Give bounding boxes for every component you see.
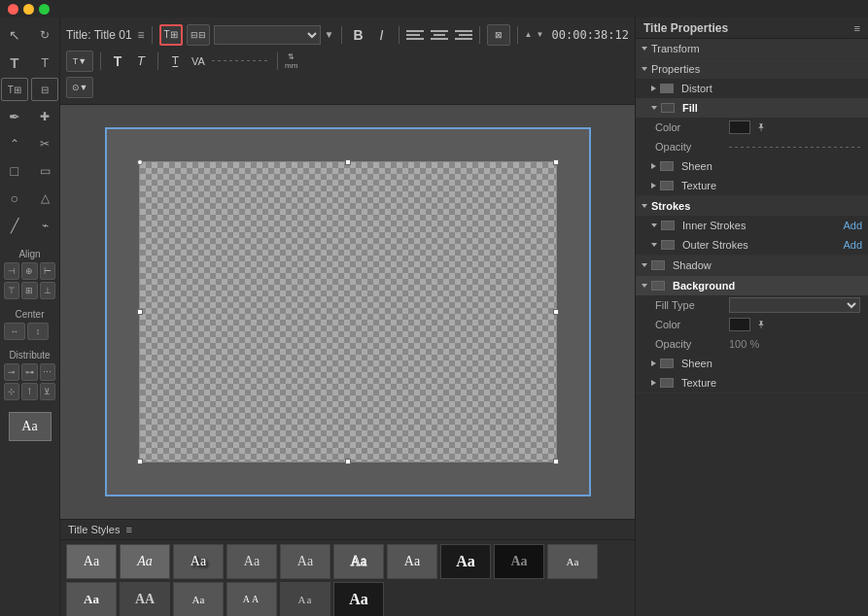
pen-tool[interactable]: ✒: [1, 105, 28, 128]
handle-bc[interactable]: [345, 459, 351, 464]
dist-v-btn[interactable]: ⊶: [21, 363, 37, 381]
italic-btn[interactable]: I: [372, 25, 392, 45]
handle-mr[interactable]: [553, 309, 559, 315]
fill-tool[interactable]: ⌁: [31, 214, 58, 237]
style-thumb-13[interactable]: AA: [226, 582, 277, 616]
section-background-header[interactable]: Background: [636, 276, 868, 295]
bg-filltype-dropdown[interactable]: [729, 297, 860, 313]
handle-ml[interactable]: [137, 309, 143, 315]
size-up-btn[interactable]: ▲: [525, 30, 533, 39]
tab-stops-btn[interactable]: ⊟⊟: [187, 24, 210, 46]
text-layout-btn[interactable]: T⊞: [159, 24, 183, 46]
center-v-btn[interactable]: ↕: [27, 323, 49, 340]
bg-sheen-header[interactable]: Sheen: [636, 354, 868, 373]
text-align-right[interactable]: [455, 30, 472, 40]
polygon-tool[interactable]: △: [31, 187, 58, 210]
subsection-distort-header[interactable]: Distort: [636, 79, 868, 98]
section-strokes-header[interactable]: Strokes: [636, 196, 868, 216]
font-T2-btn[interactable]: T: [131, 51, 151, 71]
select-tool[interactable]: ↖: [1, 23, 28, 47]
bg-color-swatch[interactable]: [729, 318, 750, 331]
inner-strokes-header[interactable]: Inner Strokes Add: [636, 216, 868, 235]
close-button[interactable]: [8, 4, 18, 15]
fill-color-swatch[interactable]: [729, 120, 750, 134]
line-tool[interactable]: ╱: [1, 214, 28, 237]
add-inner-strokes-btn[interactable]: Add: [843, 220, 862, 231]
handle-tr[interactable]: [553, 159, 559, 165]
bg-texture-header[interactable]: Texture: [636, 373, 868, 393]
style-thumb-2[interactable]: Aa: [173, 544, 224, 579]
area-text-tool[interactable]: T⊞: [1, 78, 28, 101]
style-thumb-5[interactable]: Aa: [333, 544, 384, 579]
style-thumb-11[interactable]: AA: [120, 582, 170, 616]
scissors-tool[interactable]: ✂: [31, 132, 58, 155]
add-outer-strokes-btn[interactable]: Add: [843, 239, 862, 251]
panel-header: Title Properties ≡: [636, 17, 868, 39]
handle-tc[interactable]: [345, 159, 351, 165]
align-bottom-btn[interactable]: ⊥: [40, 282, 55, 299]
kern-btn[interactable]: T̲: [165, 51, 185, 71]
minimize-button[interactable]: [23, 4, 34, 15]
style-thumb-8[interactable]: Aa: [494, 544, 544, 579]
handle-br[interactable]: [553, 459, 559, 464]
font-T-btn[interactable]: T: [108, 51, 127, 71]
panel-menu-icon[interactable]: ≡: [854, 22, 860, 34]
dist-2-btn[interactable]: ⊹: [4, 383, 19, 400]
fill-eyedropper[interactable]: 🖈: [756, 121, 767, 133]
maximize-button[interactable]: [39, 4, 50, 15]
section-shadow-header[interactable]: Shadow: [636, 256, 868, 275]
add-point-tool[interactable]: ✚: [31, 105, 58, 128]
dist-3-btn[interactable]: ⊺: [21, 383, 37, 400]
kerning-icon[interactable]: ⊙▼: [66, 77, 93, 98]
bold-btn[interactable]: B: [349, 25, 368, 45]
size-down-btn[interactable]: ▼: [536, 30, 543, 39]
vertical-text-tool[interactable]: T: [31, 51, 58, 74]
tab-icon-btn[interactable]: ⊠: [487, 24, 510, 46]
rotate-tool[interactable]: ↻: [31, 23, 58, 47]
dist-4-btn[interactable]: ⊻: [40, 383, 55, 400]
dist-h-btn[interactable]: ⊸: [4, 363, 19, 381]
align-right-btn[interactable]: ⊢: [40, 262, 55, 280]
text-tool[interactable]: T: [1, 51, 28, 74]
text-align-center[interactable]: [431, 30, 448, 40]
outer-strokes-header[interactable]: Outer Strokes Add: [636, 235, 868, 255]
center-h-btn[interactable]: ↔: [4, 323, 25, 340]
rect-tool[interactable]: □: [1, 159, 28, 183]
VA-btn[interactable]: VA: [189, 51, 208, 71]
style-thumb-14[interactable]: Aa: [280, 582, 330, 616]
style-thumb-6[interactable]: Aa: [387, 544, 437, 579]
canvas-inner[interactable]: [139, 161, 557, 462]
style-thumb-4[interactable]: Aa: [280, 544, 330, 579]
text-align-left[interactable]: [406, 30, 424, 40]
style-thumb-12[interactable]: Aa: [173, 582, 224, 616]
rounded-rect-tool[interactable]: ▭: [31, 159, 58, 183]
style-thumb-1[interactable]: Aa: [120, 544, 170, 579]
handle-bl[interactable]: [137, 459, 143, 464]
style-thumb-0[interactable]: Aa: [66, 544, 117, 579]
dist-e-btn[interactable]: ⋯: [40, 363, 55, 381]
style-thumb-7[interactable]: Aa: [440, 544, 491, 579]
style-thumb-10[interactable]: Aa: [66, 582, 117, 616]
align-left-btn[interactable]: ⊣: [4, 262, 19, 280]
handle-tl[interactable]: [137, 159, 143, 165]
align-top-btn[interactable]: ⊤: [4, 282, 19, 299]
section-transform-header[interactable]: Transform: [636, 39, 868, 58]
section-properties-header[interactable]: Properties: [636, 59, 868, 79]
align-middle-btn[interactable]: ⊞: [21, 282, 37, 299]
ellipse-tool[interactable]: ○: [1, 187, 28, 210]
subsection-fill-header[interactable]: Fill: [636, 98, 868, 118]
align-center-btn[interactable]: ⊕: [21, 262, 37, 280]
styles-menu-icon[interactable]: ≡: [125, 524, 131, 535]
convert-tool[interactable]: ⌃: [1, 132, 28, 155]
bg-eyedropper[interactable]: 🖈: [756, 319, 767, 330]
text-style-btn[interactable]: T▼: [66, 51, 93, 72]
style-thumb-9[interactable]: Aa: [547, 544, 598, 579]
sheen-header[interactable]: Sheen: [636, 156, 868, 176]
style-thumb-3[interactable]: Aa: [226, 544, 277, 579]
area-text-vert-tool[interactable]: ⊟: [31, 78, 58, 101]
style-swatch[interactable]: Aa: [9, 412, 52, 441]
texture-header[interactable]: Texture: [636, 176, 868, 195]
font-dropdown[interactable]: [214, 25, 321, 45]
style-thumb-15[interactable]: Aa: [333, 582, 384, 616]
units-btn[interactable]: ⇅ mm: [285, 52, 297, 70]
